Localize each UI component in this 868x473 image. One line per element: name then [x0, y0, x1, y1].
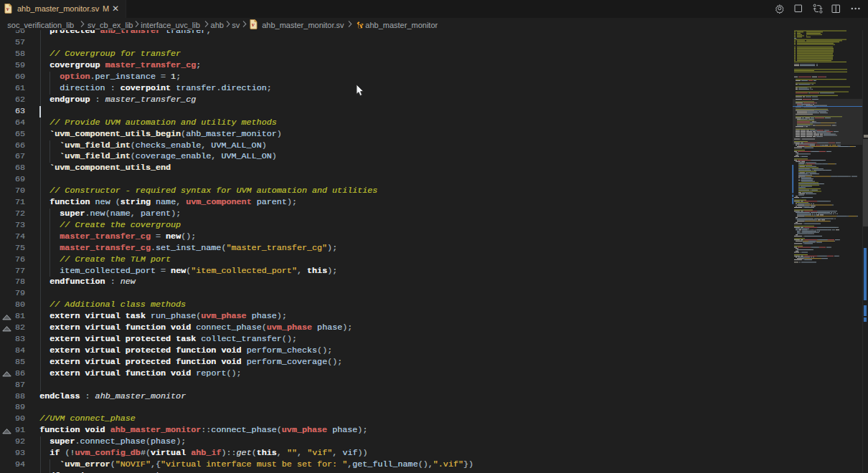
svg-text:v: v [6, 6, 9, 12]
svg-text:v: v [252, 22, 255, 28]
